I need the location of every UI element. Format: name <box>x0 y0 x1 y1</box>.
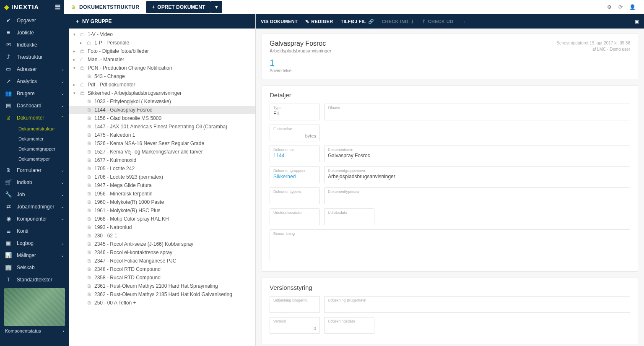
nav-label: Målinger <box>17 252 36 258</box>
sidebar-item-indbakke[interactable]: ✉Indbakke <box>0 39 69 51</box>
sidebar-item-formularer[interactable]: 🗎Formularer⌄ <box>0 164 69 176</box>
chevron-icon: ⌄ <box>61 253 64 258</box>
sidebar-item-adresser[interactable]: ▭Adresser⌄ <box>0 63 69 75</box>
tree-file[interactable]: 🗎1677 - Kulmonoxid <box>69 156 255 164</box>
tree-label: 1144 - Galvaspray Fosroc <box>94 107 152 113</box>
file-icon: 🗎 <box>87 208 92 213</box>
tree-file[interactable]: 🗎2362 - Rust-Oleum Mathys 2185 Hard Hat … <box>69 290 255 299</box>
tree-file[interactable]: 🗎2358 - Rucal RTD Compound <box>69 273 255 282</box>
sidebar-item-målinger[interactable]: 📊Målinger⌄ <box>0 249 69 261</box>
tree-file[interactable]: 🗎1156 - Glad boreolie MS 5000 <box>69 114 255 122</box>
sidebar-subitem-dokumentstruktur[interactable]: Dokumentstruktur <box>0 124 69 134</box>
detail-panel: VIS DOKUMENT ✎REDIGER TILFØJ FIL🔗 CHECK … <box>256 14 644 346</box>
view-document-button[interactable]: VIS DOKUMENT <box>261 19 298 24</box>
plus-icon: + <box>152 4 155 10</box>
fullscreen-icon[interactable]: ▣ <box>635 19 639 24</box>
new-group-button[interactable]: + NY GRUPPE <box>69 14 255 29</box>
tree-file[interactable]: 🗎1526 - Kema NSA-16 Never Seez Regular G… <box>69 139 255 148</box>
updated-by: af LMC - Demo user <box>556 46 630 52</box>
tree-label: 250 - 00 A Teflon + <box>94 300 136 306</box>
typename-field: Dokumenttypenavn <box>324 187 630 204</box>
checkin-button[interactable]: CHECK IND⤓ <box>382 19 414 24</box>
groupnr-field: Dokumentgruppenr.Sikkerhed <box>270 166 320 183</box>
nav-icon: 🔧 <box>5 191 12 198</box>
folder-icon: 🗀 <box>87 40 92 46</box>
tree-file[interactable]: 🗎250 - 00 A Teflon + <box>69 299 255 307</box>
sidebar-item-dashboard[interactable]: ▤Dashboard⌄ <box>0 99 69 112</box>
tree-file[interactable]: 🗎2348 - Rocol RTD Compound <box>69 265 255 273</box>
file-icon: 🗎 <box>87 216 92 222</box>
tree-file[interactable]: 🗎2361 - Rust-Oleum Mathys 2100 Hard Hat … <box>69 282 255 290</box>
breadcrumb: 🗎 DOKUMENTSTRUKTUR <box>64 4 146 10</box>
document-tree[interactable]: ▾🗀1-V - Video▸🗀1-P - Personale▸🗀Foto - D… <box>69 29 255 346</box>
settings-icon[interactable]: ⚙ <box>607 4 612 10</box>
tree-file[interactable]: 🗎1993 - Natronlud <box>69 223 255 232</box>
nav-icon: ▭ <box>5 66 12 72</box>
tree-file[interactable]: 🗎230 - 62-1 <box>69 232 255 240</box>
tree-file[interactable]: 🗎1961 - Molykote(R) HSC Plus <box>69 206 255 215</box>
attach-file-button[interactable]: TILFØJ FIL🔗 <box>340 19 374 24</box>
create-document-button[interactable]: + OPRET DOKUMENT <box>146 1 211 13</box>
tree-folder[interactable]: ▾🗀1-V - Video <box>69 30 255 39</box>
history-icon[interactable]: ⟳ <box>618 4 623 10</box>
sidebar-subitem-dokumenttyper[interactable]: Dokumenttyper <box>0 154 69 164</box>
tree-folder[interactable]: ▸🗀Pdf - Pdf dokumenter <box>69 81 255 89</box>
checkout-button[interactable]: ⤒CHECK UD <box>422 19 453 24</box>
sidebar-item-opgaver[interactable]: ✔Opgaver <box>0 14 69 26</box>
tree-file[interactable]: 🗎2347 - Rocol Foliac Manganese PJC <box>69 257 255 265</box>
tree-label: 2347 - Rocol Foliac Manganese PJC <box>94 258 176 264</box>
tree-label: 230 - 62-1 <box>94 233 117 239</box>
tree-file[interactable]: 🗎1960 - Molykote(R) 1000 Paste <box>69 198 255 206</box>
sidebar-item-konti[interactable]: ≣Konti <box>0 225 69 237</box>
tree-folder[interactable]: ▸🗀1-P - Personale <box>69 39 255 47</box>
sidebar-item-analytics[interactable]: ↗Analytics⌄ <box>0 75 69 87</box>
new-group-label: NY GRUPPE <box>82 18 112 24</box>
sidebar-item-indkøb[interactable]: 🛒Indkøb⌄ <box>0 176 69 188</box>
file-icon: 🗎 <box>87 157 92 163</box>
tree-folder[interactable]: ▾🗀PCN - Production Change Notification <box>69 64 255 72</box>
sidebar-footer[interactable]: Komponentstatus › <box>0 326 69 336</box>
sidebar-item-jobliste[interactable]: ≡Jobliste <box>0 26 69 39</box>
tree-file[interactable]: 🗎1144 - Galvaspray Fosroc <box>69 106 255 114</box>
tree-file[interactable]: 🗎1527 - Kema Vej- og Markeringsfarver al… <box>69 148 255 156</box>
tree-file[interactable]: 🗎1475 - Kalcedon 1 <box>69 131 255 139</box>
sidebar-item-brugere[interactable]: 👥Brugere⌄ <box>0 87 69 99</box>
nav-label: Analytics <box>17 78 37 84</box>
file-icon: 🗎 <box>87 250 92 255</box>
caret-icon: ▸ <box>73 49 78 53</box>
create-dropdown-button[interactable]: ▾ <box>211 1 222 13</box>
tree-file[interactable]: 🗎1033 - Ethylenglykol ( Kølevæske) <box>69 97 255 106</box>
tree-folder[interactable]: ▾🗀Sikkerhed - Arbejdspladsbrugsanvisning… <box>69 89 255 97</box>
file-icon: 🗎 <box>87 258 92 264</box>
sidebar-item-logbog[interactable]: ▣Logbog⌄ <box>0 237 69 249</box>
sidebar-item-standardtekster[interactable]: TStandardtekster <box>0 273 69 286</box>
caret-icon: ▾ <box>73 32 78 36</box>
sidebar-item-job[interactable]: 🔧Job⌄ <box>0 188 69 200</box>
tree-file[interactable]: 🗎1705 - Loctite 242 <box>69 164 255 173</box>
edit-button[interactable]: ✎REDIGER <box>305 19 333 24</box>
menu-toggle-icon[interactable]: ☰ <box>55 3 60 11</box>
tree-file[interactable]: 🗎2346 - Rocol el-kontaktrense spray <box>69 248 255 257</box>
nav-icon: ✔ <box>5 17 12 23</box>
tree-file[interactable]: 🗎1968 - Motip Color spray RAL KH <box>69 215 255 223</box>
nav-label: Indbakke <box>17 42 37 48</box>
tree-file[interactable]: 🗎1956 - Mineralsk terpentin <box>69 190 255 198</box>
tree-file[interactable]: 🗎543 - Change <box>69 72 255 81</box>
sidebar-item-dokumenter[interactable]: 🗎Dokumenter⌃ <box>0 112 69 124</box>
sidebar-item-træstruktur[interactable]: ⤴Træstruktur <box>0 51 69 63</box>
tree-file[interactable]: 🗎1947 - Mega Glide Futura <box>69 181 255 190</box>
nav-label: Konti <box>17 228 28 234</box>
tree-file[interactable]: 🗎1447 - JAX 101 America's Finest Penetra… <box>69 122 255 131</box>
sidebar-subitem-dokumenter[interactable]: Dokumenter <box>0 134 69 144</box>
tree-folder[interactable]: ▸🗀Man. - Manualer <box>69 55 255 64</box>
tree-file[interactable]: 🗎2345 - Rocol Anti-seize (J-166) Kobbers… <box>69 240 255 248</box>
sidebar-image <box>4 288 65 326</box>
more-icon[interactable]: ⋮ <box>462 19 467 24</box>
sidebar-item-selskab[interactable]: 🏢Selskab <box>0 261 69 273</box>
tree-folder[interactable]: ▸🗀Foto - Digitale fotos/billeder <box>69 47 255 55</box>
tree-file[interactable]: 🗎1706 - Loctite 5923 (permatex) <box>69 173 255 181</box>
sidebar-subitem-dokumentgrupper[interactable]: Dokumentgrupper <box>0 144 69 154</box>
sidebar-item-komponenter[interactable]: ◉Komponenter⌄ <box>0 213 69 225</box>
sidebar-item-jobanmodninger[interactable]: ⇄Jobanmodninger⌄ <box>0 200 69 213</box>
user-icon[interactable]: 👤 <box>629 4 636 10</box>
